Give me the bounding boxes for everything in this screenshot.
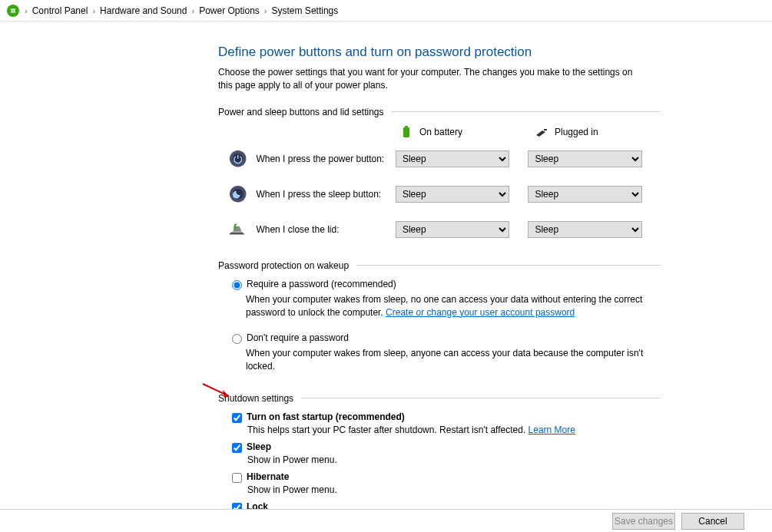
checkbox-fast-startup-desc: This helps start your PC faster after sh…: [247, 425, 661, 435]
column-headers: On battery Plugged in: [399, 125, 661, 139]
section-header-label: Power and sleep buttons and lid settings: [218, 107, 383, 117]
setting-label: When I press the power button:: [256, 154, 395, 164]
breadcrumb-item[interactable]: Control Panel: [32, 5, 88, 16]
radio-dont-require-password[interactable]: Don't require a password: [232, 332, 661, 344]
radio-label: Don't require a password: [247, 332, 349, 343]
checkbox-label: Sleep: [247, 441, 271, 452]
power-button-plugged-select[interactable]: Sleep: [528, 150, 642, 167]
section-header-password: Password protection on wakeup: [218, 260, 661, 271]
cancel-button[interactable]: Cancel: [681, 513, 744, 530]
shutdown-settings-list: Turn on fast startup (recommended) This …: [232, 411, 661, 525]
close-lid-battery-select[interactable]: Sleep: [396, 221, 510, 238]
divider: [301, 398, 661, 398]
radio-require-password[interactable]: Require a password (recommended): [232, 279, 661, 290]
close-lid-plugged-select[interactable]: Sleep: [528, 221, 642, 238]
setting-label: When I press the sleep button:: [256, 189, 395, 200]
checkbox-hibernate-input[interactable]: [232, 473, 242, 483]
sleep-button-icon: [229, 185, 247, 203]
checkbox-sleep-input[interactable]: [232, 443, 242, 453]
plug-icon: [535, 125, 548, 139]
radio-require-password-input[interactable]: [232, 280, 242, 290]
divider: [356, 265, 661, 266]
setting-label: When I close the lid:: [256, 224, 395, 235]
checkbox-hibernate[interactable]: Hibernate: [232, 471, 661, 483]
radio-group-no-password: Don't require a password When your compu…: [232, 332, 661, 373]
main-content: Define power buttons and turn on passwor…: [0, 21, 661, 525]
section-header-power-sleep: Power and sleep buttons and lid settings: [218, 107, 661, 117]
col-battery-label: On battery: [419, 127, 462, 137]
laptop-lid-icon: [229, 220, 247, 239]
setting-row-close-lid: When I close the lid: Sleep Sleep: [229, 220, 661, 239]
col-plugged-label: Plugged in: [555, 127, 598, 137]
control-panel-icon: [6, 4, 20, 18]
setting-row-sleep-button: When I press the sleep button: Sleep Sle…: [229, 185, 661, 203]
section-header-label: Shutdown settings: [218, 393, 293, 404]
col-battery: On battery: [399, 125, 516, 139]
sleep-button-battery-select[interactable]: Sleep: [396, 186, 510, 203]
radio-dont-require-password-desc: When your computer wakes from sleep, any…: [246, 347, 661, 373]
page-subtitle: Choose the power settings that you want …: [218, 66, 648, 93]
radio-require-password-desc: When your computer wakes from sleep, no …: [246, 293, 661, 319]
chevron-right-icon: ›: [191, 6, 194, 15]
col-plugged: Plugged in: [535, 125, 651, 139]
radio-group-password: Require a password (recommended) When yo…: [232, 279, 661, 319]
radio-dont-require-password-input[interactable]: [232, 334, 242, 344]
breadcrumb: › Control Panel › Hardware and Sound › P…: [0, 0, 772, 21]
checkbox-sleep[interactable]: Sleep: [232, 441, 661, 453]
breadcrumb-item[interactable]: System Settings: [272, 5, 339, 16]
chevron-right-icon: ›: [25, 6, 28, 15]
breadcrumb-item[interactable]: Power Options: [199, 5, 260, 16]
checkbox-label: Turn on fast startup (recommended): [247, 411, 405, 422]
svg-rect-1: [11, 8, 15, 13]
radio-label: Require a password (recommended): [247, 279, 396, 289]
svg-rect-4: [544, 129, 547, 131]
battery-icon: [399, 125, 413, 139]
chevron-right-icon: ›: [92, 6, 95, 15]
learn-more-link[interactable]: Learn More: [528, 425, 575, 435]
power-button-battery-select[interactable]: Sleep: [396, 150, 510, 167]
page-title: Define power buttons and turn on passwor…: [218, 45, 661, 60]
checkbox-fast-startup-input[interactable]: [232, 413, 242, 423]
checkbox-label: Hibernate: [247, 471, 289, 482]
checkbox-hibernate-desc: Show in Power menu.: [247, 484, 661, 495]
checkbox-sleep-desc: Show in Power menu.: [247, 454, 661, 465]
breadcrumb-item[interactable]: Hardware and Sound: [100, 5, 187, 16]
sleep-button-plugged-select[interactable]: Sleep: [528, 186, 642, 203]
svg-rect-3: [405, 126, 408, 127]
desc-text: This helps start your PC faster after sh…: [247, 425, 528, 435]
create-password-link[interactable]: Create or change your user account passw…: [386, 307, 575, 318]
checkbox-fast-startup[interactable]: Turn on fast startup (recommended): [232, 411, 661, 423]
save-changes-button[interactable]: Save changes: [612, 513, 675, 530]
divider: [391, 111, 661, 112]
setting-row-power-button: When I press the power button: Sleep Sle…: [229, 150, 661, 168]
power-button-icon: [229, 150, 247, 168]
footer-bar: Save changes Cancel: [0, 509, 772, 532]
section-header-label: Password protection on wakeup: [218, 260, 349, 271]
svg-rect-2: [403, 127, 409, 137]
section-header-shutdown: Shutdown settings: [218, 393, 661, 404]
chevron-right-icon: ›: [264, 6, 267, 15]
